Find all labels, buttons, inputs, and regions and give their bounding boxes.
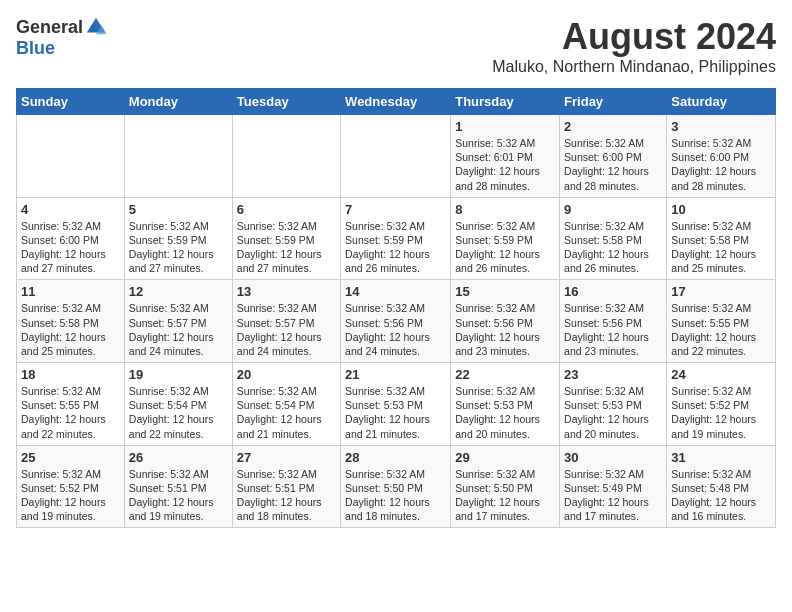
weekday-header-monday: Monday	[124, 89, 232, 115]
calendar-cell: 6Sunrise: 5:32 AM Sunset: 5:59 PM Daylig…	[232, 197, 340, 280]
weekday-header-tuesday: Tuesday	[232, 89, 340, 115]
day-info: Sunrise: 5:32 AM Sunset: 6:00 PM Dayligh…	[671, 136, 771, 193]
day-info: Sunrise: 5:32 AM Sunset: 5:59 PM Dayligh…	[129, 219, 228, 276]
day-info: Sunrise: 5:32 AM Sunset: 5:58 PM Dayligh…	[671, 219, 771, 276]
day-number: 8	[455, 202, 555, 217]
calendar-body: 1Sunrise: 5:32 AM Sunset: 6:01 PM Daylig…	[17, 115, 776, 528]
calendar-cell: 10Sunrise: 5:32 AM Sunset: 5:58 PM Dayli…	[667, 197, 776, 280]
title-block: August 2024 Maluko, Northern Mindanao, P…	[492, 16, 776, 76]
day-number: 6	[237, 202, 336, 217]
calendar-cell	[124, 115, 232, 198]
day-number: 9	[564, 202, 662, 217]
day-number: 27	[237, 450, 336, 465]
calendar-cell: 28Sunrise: 5:32 AM Sunset: 5:50 PM Dayli…	[341, 445, 451, 528]
day-number: 26	[129, 450, 228, 465]
page-header: General Blue August 2024 Maluko, Norther…	[16, 16, 776, 76]
day-info: Sunrise: 5:32 AM Sunset: 6:01 PM Dayligh…	[455, 136, 555, 193]
day-number: 21	[345, 367, 446, 382]
day-info: Sunrise: 5:32 AM Sunset: 5:58 PM Dayligh…	[21, 301, 120, 358]
calendar-cell: 4Sunrise: 5:32 AM Sunset: 6:00 PM Daylig…	[17, 197, 125, 280]
calendar-cell: 26Sunrise: 5:32 AM Sunset: 5:51 PM Dayli…	[124, 445, 232, 528]
day-info: Sunrise: 5:32 AM Sunset: 5:55 PM Dayligh…	[671, 301, 771, 358]
calendar-cell: 14Sunrise: 5:32 AM Sunset: 5:56 PM Dayli…	[341, 280, 451, 363]
day-info: Sunrise: 5:32 AM Sunset: 5:52 PM Dayligh…	[671, 384, 771, 441]
calendar-cell: 24Sunrise: 5:32 AM Sunset: 5:52 PM Dayli…	[667, 363, 776, 446]
calendar-cell: 2Sunrise: 5:32 AM Sunset: 6:00 PM Daylig…	[560, 115, 667, 198]
calendar-week-1: 1Sunrise: 5:32 AM Sunset: 6:01 PM Daylig…	[17, 115, 776, 198]
calendar-cell: 11Sunrise: 5:32 AM Sunset: 5:58 PM Dayli…	[17, 280, 125, 363]
day-number: 2	[564, 119, 662, 134]
calendar-cell	[17, 115, 125, 198]
main-title: August 2024	[492, 16, 776, 58]
calendar-cell: 19Sunrise: 5:32 AM Sunset: 5:54 PM Dayli…	[124, 363, 232, 446]
day-info: Sunrise: 5:32 AM Sunset: 5:55 PM Dayligh…	[21, 384, 120, 441]
day-info: Sunrise: 5:32 AM Sunset: 5:50 PM Dayligh…	[345, 467, 446, 524]
day-info: Sunrise: 5:32 AM Sunset: 5:49 PM Dayligh…	[564, 467, 662, 524]
calendar-cell	[232, 115, 340, 198]
day-number: 25	[21, 450, 120, 465]
calendar-cell: 5Sunrise: 5:32 AM Sunset: 5:59 PM Daylig…	[124, 197, 232, 280]
calendar-cell: 7Sunrise: 5:32 AM Sunset: 5:59 PM Daylig…	[341, 197, 451, 280]
logo-icon	[85, 16, 107, 38]
day-number: 4	[21, 202, 120, 217]
calendar-cell: 25Sunrise: 5:32 AM Sunset: 5:52 PM Dayli…	[17, 445, 125, 528]
day-number: 15	[455, 284, 555, 299]
day-number: 13	[237, 284, 336, 299]
calendar-week-4: 18Sunrise: 5:32 AM Sunset: 5:55 PM Dayli…	[17, 363, 776, 446]
calendar-cell: 3Sunrise: 5:32 AM Sunset: 6:00 PM Daylig…	[667, 115, 776, 198]
day-number: 16	[564, 284, 662, 299]
day-info: Sunrise: 5:32 AM Sunset: 5:56 PM Dayligh…	[455, 301, 555, 358]
weekday-header-thursday: Thursday	[451, 89, 560, 115]
day-number: 1	[455, 119, 555, 134]
day-number: 20	[237, 367, 336, 382]
logo-general-text: General	[16, 17, 83, 38]
day-number: 5	[129, 202, 228, 217]
day-number: 31	[671, 450, 771, 465]
day-number: 17	[671, 284, 771, 299]
weekday-header-sunday: Sunday	[17, 89, 125, 115]
day-number: 29	[455, 450, 555, 465]
calendar-cell: 8Sunrise: 5:32 AM Sunset: 5:59 PM Daylig…	[451, 197, 560, 280]
weekday-header-saturday: Saturday	[667, 89, 776, 115]
day-info: Sunrise: 5:32 AM Sunset: 5:59 PM Dayligh…	[455, 219, 555, 276]
calendar-cell: 17Sunrise: 5:32 AM Sunset: 5:55 PM Dayli…	[667, 280, 776, 363]
day-number: 10	[671, 202, 771, 217]
day-number: 3	[671, 119, 771, 134]
weekday-row: SundayMondayTuesdayWednesdayThursdayFrid…	[17, 89, 776, 115]
day-number: 28	[345, 450, 446, 465]
day-info: Sunrise: 5:32 AM Sunset: 5:56 PM Dayligh…	[564, 301, 662, 358]
calendar-cell: 16Sunrise: 5:32 AM Sunset: 5:56 PM Dayli…	[560, 280, 667, 363]
day-info: Sunrise: 5:32 AM Sunset: 5:54 PM Dayligh…	[237, 384, 336, 441]
day-number: 7	[345, 202, 446, 217]
calendar-cell: 9Sunrise: 5:32 AM Sunset: 5:58 PM Daylig…	[560, 197, 667, 280]
calendar-cell: 30Sunrise: 5:32 AM Sunset: 5:49 PM Dayli…	[560, 445, 667, 528]
day-number: 18	[21, 367, 120, 382]
calendar-cell: 20Sunrise: 5:32 AM Sunset: 5:54 PM Dayli…	[232, 363, 340, 446]
day-info: Sunrise: 5:32 AM Sunset: 5:50 PM Dayligh…	[455, 467, 555, 524]
subtitle: Maluko, Northern Mindanao, Philippines	[492, 58, 776, 76]
day-info: Sunrise: 5:32 AM Sunset: 5:56 PM Dayligh…	[345, 301, 446, 358]
weekday-header-wednesday: Wednesday	[341, 89, 451, 115]
day-number: 12	[129, 284, 228, 299]
calendar-cell: 29Sunrise: 5:32 AM Sunset: 5:50 PM Dayli…	[451, 445, 560, 528]
calendar-cell: 23Sunrise: 5:32 AM Sunset: 5:53 PM Dayli…	[560, 363, 667, 446]
day-number: 24	[671, 367, 771, 382]
day-info: Sunrise: 5:32 AM Sunset: 5:59 PM Dayligh…	[345, 219, 446, 276]
day-info: Sunrise: 5:32 AM Sunset: 5:53 PM Dayligh…	[564, 384, 662, 441]
day-number: 23	[564, 367, 662, 382]
calendar-cell: 13Sunrise: 5:32 AM Sunset: 5:57 PM Dayli…	[232, 280, 340, 363]
calendar-cell	[341, 115, 451, 198]
logo-blue-text: Blue	[16, 38, 55, 59]
logo: General Blue	[16, 16, 107, 59]
day-info: Sunrise: 5:32 AM Sunset: 5:53 PM Dayligh…	[345, 384, 446, 441]
day-info: Sunrise: 5:32 AM Sunset: 5:57 PM Dayligh…	[129, 301, 228, 358]
day-number: 22	[455, 367, 555, 382]
calendar-cell: 22Sunrise: 5:32 AM Sunset: 5:53 PM Dayli…	[451, 363, 560, 446]
weekday-header-friday: Friday	[560, 89, 667, 115]
day-info: Sunrise: 5:32 AM Sunset: 6:00 PM Dayligh…	[564, 136, 662, 193]
day-info: Sunrise: 5:32 AM Sunset: 5:53 PM Dayligh…	[455, 384, 555, 441]
day-info: Sunrise: 5:32 AM Sunset: 5:57 PM Dayligh…	[237, 301, 336, 358]
calendar-header: SundayMondayTuesdayWednesdayThursdayFrid…	[17, 89, 776, 115]
day-number: 30	[564, 450, 662, 465]
day-info: Sunrise: 5:32 AM Sunset: 5:59 PM Dayligh…	[237, 219, 336, 276]
